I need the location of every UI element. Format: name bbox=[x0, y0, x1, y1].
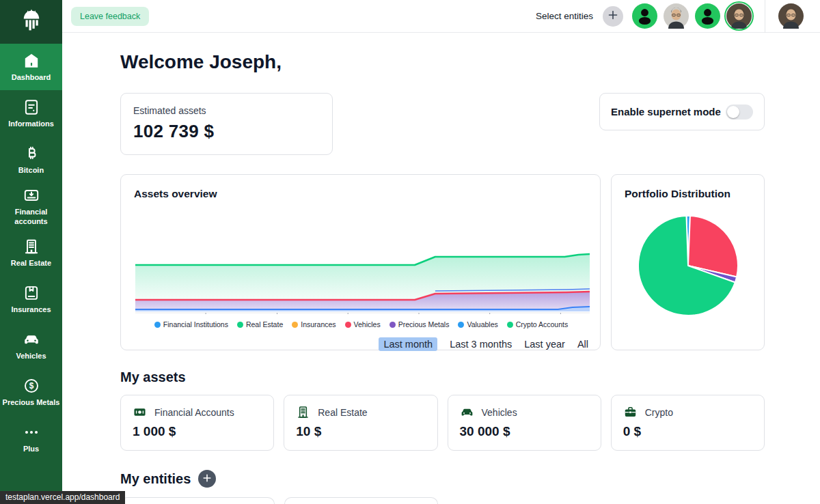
estimated-assets-card: Estimated assets 102 739 $ bbox=[120, 93, 333, 155]
sidebar-item-bitcoin[interactable]: Bitcoin bbox=[0, 137, 62, 183]
brand-logo-icon bbox=[21, 9, 42, 35]
entity-avatars bbox=[632, 0, 804, 32]
legend-item: Vehicles bbox=[345, 320, 381, 328]
brand-logo[interactable] bbox=[0, 0, 62, 44]
asset-card-value: 1 000 $ bbox=[133, 424, 262, 439]
ellipsis-icon bbox=[23, 423, 40, 441]
select-entities-label: Select entities bbox=[536, 11, 593, 21]
topbar-right: Select entities bbox=[536, 0, 804, 32]
my-entities-header: My entities bbox=[120, 470, 765, 488]
legend-label: Precious Metals bbox=[398, 320, 450, 328]
legend-item: Real Estate bbox=[237, 320, 283, 328]
building-icon bbox=[23, 238, 40, 255]
legend-label: Insurances bbox=[301, 320, 336, 328]
filter-last-3-months[interactable]: Last 3 months bbox=[450, 339, 512, 350]
sidebar-item-insurances[interactable]: Insurances bbox=[0, 276, 62, 322]
sidebar-item-label: Bitcoin bbox=[17, 166, 45, 175]
my-entities-title: My entities bbox=[120, 471, 191, 487]
legend-label: Valuables bbox=[467, 320, 497, 328]
legend-item: Precious Metals bbox=[390, 320, 450, 328]
car-icon bbox=[23, 331, 40, 348]
supernet-mode-label: Enable supernet mode bbox=[611, 106, 721, 117]
topbar-divider bbox=[765, 0, 765, 33]
sidebar-nav: DashboardInformationsBitcoinFinancial ac… bbox=[0, 44, 62, 462]
asset-card-vehicles[interactable]: Vehicles30 000 $ bbox=[448, 395, 601, 451]
entity-avatar-photo[interactable] bbox=[778, 3, 804, 29]
filter-last-year[interactable]: Last year bbox=[524, 339, 565, 350]
legend-item: Financial Institutions bbox=[154, 320, 228, 328]
asset-card-header: Real Estate bbox=[296, 405, 425, 419]
leave-feedback-button[interactable]: Leave feedback bbox=[71, 7, 149, 26]
my-entities-grid bbox=[120, 497, 765, 504]
asset-card-label: Vehicles bbox=[482, 407, 517, 418]
estimated-assets-value: 102 739 $ bbox=[133, 121, 320, 142]
filter-all[interactable]: All bbox=[577, 339, 588, 350]
portfolio-pie-chart bbox=[625, 211, 751, 320]
portfolio-distribution-title: Portfolio Distribution bbox=[625, 188, 751, 200]
asset-card-header: Crypto bbox=[623, 405, 752, 419]
asset-card-financial-accounts[interactable]: Financial Accounts1 000 $ bbox=[120, 395, 274, 451]
document-icon bbox=[23, 98, 40, 116]
asset-card-header: Financial Accounts bbox=[133, 405, 262, 419]
legend-label: Real Estate bbox=[246, 320, 283, 328]
legend-dot bbox=[154, 322, 161, 328]
asset-card-value: 0 $ bbox=[623, 424, 752, 439]
legend-label: Vehicles bbox=[354, 320, 381, 328]
asset-card-label: Real Estate bbox=[318, 407, 367, 418]
entity-avatar[interactable] bbox=[695, 3, 720, 29]
entity-card[interactable] bbox=[120, 497, 275, 504]
briefcase-icon bbox=[623, 405, 638, 419]
add-entity-button[interactable] bbox=[603, 6, 623, 27]
supernet-mode-card: Enable supernet mode bbox=[599, 93, 765, 130]
legend-label: Financial Institutions bbox=[163, 320, 228, 328]
sidebar-item-precious-metals[interactable]: $Precious Metals bbox=[0, 369, 62, 415]
sidebar-item-informations[interactable]: Informations bbox=[0, 90, 62, 137]
legend-dot bbox=[458, 322, 464, 328]
sidebar-item-label: Dashboard bbox=[10, 73, 52, 82]
sidebar-item-label: Real Estate bbox=[10, 259, 53, 268]
legend-dot bbox=[237, 322, 243, 328]
entity-avatar[interactable] bbox=[632, 3, 657, 29]
assets-overview-chart bbox=[135, 215, 588, 317]
sidebar-item-label: Financial accounts bbox=[0, 208, 62, 225]
asset-card-label: Financial Accounts bbox=[154, 407, 234, 418]
estimated-assets-label: Estimated assets bbox=[133, 105, 320, 116]
sidebar-item-label: Precious Metals bbox=[1, 398, 62, 407]
page-title: Welcome Joseph, bbox=[120, 51, 765, 73]
sidebar-item-dashboard[interactable]: Dashboard bbox=[0, 44, 62, 90]
charts-row: Assets overview Financial InstitutionsRe… bbox=[120, 174, 765, 350]
sidebar-item-plus[interactable]: Plus bbox=[0, 415, 62, 462]
legend-dot bbox=[390, 322, 396, 328]
status-url-tooltip: testaplan.vercel.app/dashboard bbox=[0, 491, 125, 504]
sidebar-item-real-estate[interactable]: Real Estate bbox=[0, 229, 62, 276]
my-assets-title: My assets bbox=[120, 369, 765, 385]
legend-dot bbox=[507, 322, 513, 328]
bitcoin-icon bbox=[23, 145, 40, 163]
legend-dot bbox=[292, 322, 298, 328]
entity-avatar-photo[interactable] bbox=[726, 3, 752, 29]
portfolio-distribution-card: Portfolio Distribution bbox=[611, 174, 765, 350]
my-assets-grid: Financial Accounts1 000 $Real Estate10 $… bbox=[120, 395, 765, 451]
svg-text:$: $ bbox=[29, 381, 33, 391]
sidebar-item-financial-accounts[interactable]: Financial accounts bbox=[0, 183, 62, 229]
car-icon bbox=[460, 405, 474, 419]
plus-icon bbox=[607, 10, 618, 23]
asset-card-real-estate[interactable]: Real Estate10 $ bbox=[284, 395, 437, 451]
sidebar-item-label: Insurances bbox=[10, 305, 52, 314]
chart-legend: Financial InstitutionsReal EstateInsuran… bbox=[134, 320, 588, 328]
entity-avatar-photo[interactable] bbox=[664, 3, 689, 29]
entity-card[interactable] bbox=[284, 497, 438, 504]
asset-card-crypto[interactable]: Crypto0 $ bbox=[611, 395, 765, 451]
sidebar-item-label: Informations bbox=[7, 120, 55, 128]
filter-last-month[interactable]: Last month bbox=[379, 337, 437, 351]
add-my-entity-button[interactable] bbox=[198, 470, 216, 488]
asset-card-label: Crypto bbox=[645, 407, 673, 418]
assets-overview-card: Assets overview Financial InstitutionsRe… bbox=[120, 174, 601, 350]
sidebar-item-vehicles[interactable]: Vehicles bbox=[0, 322, 62, 369]
legend-label: Crypto Accounts bbox=[516, 320, 568, 328]
app-root: DashboardInformationsBitcoinFinancial ac… bbox=[0, 0, 820, 504]
legend-item: Insurances bbox=[292, 320, 336, 328]
sidebar-item-label: Vehicles bbox=[14, 352, 47, 361]
supernet-mode-toggle[interactable] bbox=[726, 104, 753, 120]
home-icon bbox=[23, 52, 40, 70]
